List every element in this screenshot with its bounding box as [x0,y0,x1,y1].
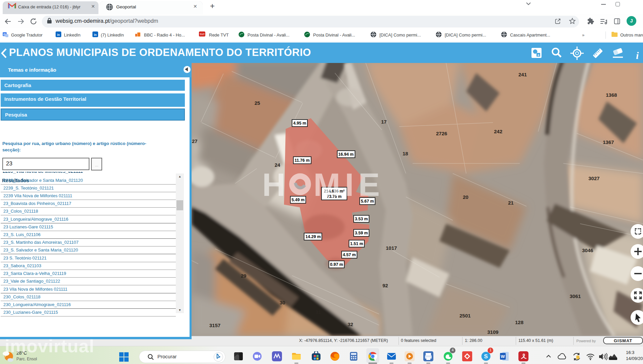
svg-text:20: 20 [463,194,469,200]
svg-text:241: 241 [518,72,527,77]
svg-text:3046: 3046 [582,247,593,253]
svg-text:H: H [262,167,285,203]
svg-text:2726: 2726 [436,131,447,136]
svg-text:31: 31 [315,309,321,315]
svg-text:2501: 2501 [459,313,471,318]
svg-text:1367: 1367 [603,139,614,145]
svg-text:21: 21 [508,200,514,206]
svg-text:1017: 1017 [386,245,397,251]
svg-text:32: 32 [348,321,353,327]
svg-text:W: W [501,354,505,359]
svg-text:3157: 3157 [209,322,220,328]
svg-text:MIE: MIE [313,167,380,203]
svg-text:11.76 m: 11.76 m [294,158,309,163]
svg-text:242: 242 [494,129,502,134]
svg-text:1368: 1368 [606,92,617,98]
svg-text:TVT: TVT [200,33,205,36]
svg-text:1.51 m: 1.51 m [350,241,363,246]
svg-text:S: S [484,353,488,360]
svg-text:3109: 3109 [487,329,498,335]
svg-text:18: 18 [403,151,408,156]
svg-text:5.49 m: 5.49 m [292,198,305,202]
svg-text:16.94 m: 16.94 m [338,152,354,157]
svg-text:in: in [94,33,97,37]
svg-text:in: in [57,33,60,37]
svg-text:27: 27 [192,138,198,144]
svg-text:92: 92 [382,283,388,288]
svg-text:3.59 m: 3.59 m [355,231,368,235]
svg-text:17: 17 [381,119,387,125]
svg-text:14.29 m: 14.29 m [305,234,321,239]
svg-text:4.95 m: 4.95 m [293,121,306,126]
svg-text:3.53 m: 3.53 m [355,217,368,221]
svg-text:3061: 3061 [570,293,581,299]
svg-text:29: 29 [241,273,246,279]
svg-text:128: 128 [515,319,523,325]
svg-text:25: 25 [255,100,260,106]
svg-text:3027: 3027 [588,175,599,181]
svg-text:0.97 m: 0.97 m [330,262,343,267]
svg-text:30: 30 [280,300,285,305]
svg-text:4.57 m: 4.57 m [343,252,356,257]
